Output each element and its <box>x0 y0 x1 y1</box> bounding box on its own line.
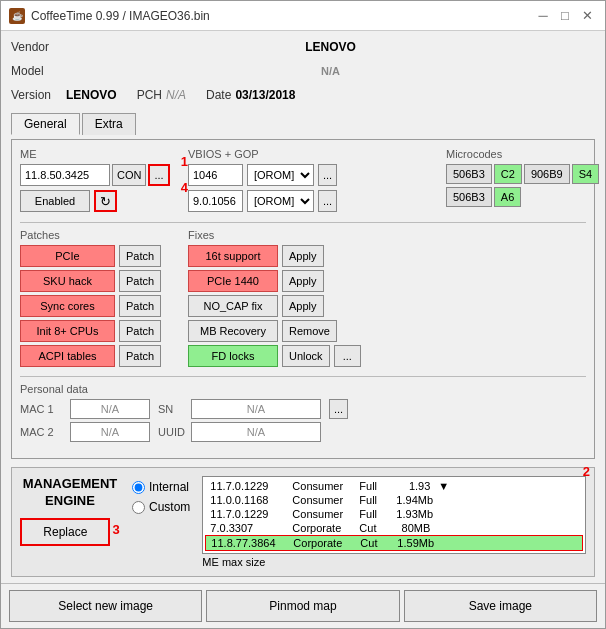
fix-16t-action[interactable]: Apply <box>282 245 324 267</box>
mac2-label: MAC 2 <box>20 426 62 438</box>
patches-label: Patches <box>20 229 180 241</box>
titlebar: ☕ CoffeeTime 0.99 / IMAGEO36.bin ─ □ ✕ <box>1 1 605 31</box>
badge-2: 2 <box>583 464 590 479</box>
patch-sync-button[interactable]: Sync cores <box>20 295 115 317</box>
me-item-ver-3: 7.0.3307 <box>207 522 287 534</box>
me-item-type-3: Corporate <box>289 522 354 534</box>
mac2-input[interactable] <box>70 422 150 442</box>
mc-906b9-btn[interactable]: 906B9 <box>524 164 570 184</box>
mc-506b3-2-btn[interactable]: 506B3 <box>446 187 492 207</box>
personal-row1: MAC 1 SN ... <box>20 399 586 419</box>
patch-sku-action[interactable]: Patch <box>119 270 161 292</box>
microcode-row1: 506B3 C2 906B9 S4 <box>446 164 586 184</box>
close-button[interactable]: ✕ <box>577 6 597 26</box>
me-version-row: CON ... 1 <box>20 164 180 186</box>
me-ellipsis-button[interactable]: ... <box>148 164 169 186</box>
window-title: CoffeeTime 0.99 / IMAGEO36.bin <box>31 9 210 23</box>
fix-nocap-action[interactable]: Apply <box>282 295 324 317</box>
me-item-size-1: 1.94Mb <box>393 494 433 506</box>
model-label: Model <box>11 64 66 78</box>
internal-radio[interactable] <box>132 481 145 494</box>
uuid-input[interactable] <box>191 422 321 442</box>
patch-init-button[interactable]: Init 8+ CPUs <box>20 320 115 342</box>
bottom-section: MANAGEMENT ENGINE Replace 3 Internal Cus… <box>11 467 595 577</box>
mac1-input[interactable] <box>70 399 150 419</box>
me-item-mode-1: Full <box>356 494 391 506</box>
me-refresh-button[interactable]: ↻ <box>94 190 117 212</box>
me-item-mode-0: Full <box>356 480 391 492</box>
sn-ellipsis-button[interactable]: ... <box>329 399 348 419</box>
maximize-button[interactable]: □ <box>555 6 575 26</box>
sn-input[interactable] <box>191 399 321 419</box>
gop-select[interactable]: [OROM] <box>247 190 314 212</box>
me-item-mode-2: Full <box>356 508 391 520</box>
mc-a6-btn[interactable]: A6 <box>494 187 521 207</box>
version-value: LENOVO <box>66 88 117 102</box>
me-engine-title-line2: ENGINE <box>20 493 120 510</box>
fix-fdlocks-action[interactable]: Unlock <box>282 345 330 367</box>
fix-16t-button[interactable]: 16t support <box>188 245 278 267</box>
me-list-item-4[interactable]: 11.8.77.3864 Corporate Cut 1.59Mb <box>205 535 583 551</box>
tab-extra[interactable]: Extra <box>82 113 136 135</box>
me-item-type-4: Corporate <box>290 537 355 549</box>
fix-pcie-action[interactable]: Apply <box>282 270 324 292</box>
patch-pcie-button[interactable]: PCIe <box>20 245 115 267</box>
patch-sync-action[interactable]: Patch <box>119 295 161 317</box>
model-row: Model N/A <box>11 61 595 81</box>
vbios-ellipsis-button[interactable]: ... <box>318 164 337 186</box>
select-new-image-button[interactable]: Select new image <box>9 590 202 622</box>
custom-radio[interactable] <box>132 501 145 514</box>
fix-ellipsis-button[interactable]: ... <box>334 345 361 367</box>
me-list-item-1[interactable]: 11.0.0.1168 Consumer Full 1.94Mb <box>205 493 583 507</box>
minimize-button[interactable]: ─ <box>533 6 553 26</box>
me-list-item-0[interactable]: 11.7.0.1229 Consumer Full 1.93 ▼ <box>205 479 583 493</box>
fix-nocap-button[interactable]: NO_CAP fix <box>188 295 278 317</box>
personal-row2: MAC 2 UUID <box>20 422 586 442</box>
patches-section: Patches PCIe Patch SKU hack Patch Sync c… <box>20 229 180 370</box>
vbios-input[interactable] <box>188 164 243 186</box>
patch-pcie-action[interactable]: Patch <box>119 245 161 267</box>
patch-sku-button[interactable]: SKU hack <box>20 270 115 292</box>
patch-sync: Sync cores Patch <box>20 295 180 317</box>
mc-s4-btn[interactable]: S4 <box>572 164 599 184</box>
custom-radio-label[interactable]: Custom <box>132 500 190 514</box>
patch-acpi-action[interactable]: Patch <box>119 345 161 367</box>
pinmod-map-button[interactable]: Pinmod map <box>206 590 399 622</box>
badge-4: 4 <box>181 180 188 195</box>
fix-pcie-button[interactable]: PCIe 1440 <box>188 270 278 292</box>
patch-init-action[interactable]: Patch <box>119 320 161 342</box>
me-item-ver-1: 11.0.0.1168 <box>207 494 287 506</box>
me-list-item-3[interactable]: 7.0.3307 Corporate Cut 80MB <box>205 521 583 535</box>
internal-radio-label[interactable]: Internal <box>132 480 190 494</box>
me-list-item-2[interactable]: 11.7.0.1229 Consumer Full 1.93Mb <box>205 507 583 521</box>
mc-c2-btn[interactable]: C2 <box>494 164 522 184</box>
badge-1: 1 <box>181 154 188 169</box>
gop-input[interactable] <box>188 190 243 212</box>
me-list: 11.7.0.1229 Consumer Full 1.93 ▼ 11.0.0.… <box>202 476 586 554</box>
me-con-button[interactable]: CON <box>112 164 146 186</box>
me-item-ver-0: 11.7.0.1229 <box>207 480 287 492</box>
custom-label: Custom <box>149 500 190 514</box>
pch-label: PCH <box>137 88 162 102</box>
vbios-row2: [OROM] ... <box>188 190 438 212</box>
mc-506b3-btn[interactable]: 506B3 <box>446 164 492 184</box>
top-panels: ME CON ... 1 Enabled ↻ 4 <box>20 148 586 216</box>
fix-recovery-button[interactable]: MB Recovery <box>188 320 278 342</box>
main-content: Vendor LENOVO Model N/A Version LENOVO P… <box>1 31 605 583</box>
radio-group: Internal Custom <box>132 476 190 514</box>
fixes-section: Fixes 16t support Apply PCIe 1440 Apply … <box>188 229 586 370</box>
app-window: ☕ CoffeeTime 0.99 / IMAGEO36.bin ─ □ ✕ V… <box>0 0 606 629</box>
vbios-select[interactable]: [OROM] <box>247 164 314 186</box>
me-replace-button[interactable]: Replace <box>20 518 110 546</box>
tab-general[interactable]: General <box>11 113 80 135</box>
version-row: Version LENOVO PCH N/A Date 03/13/2018 <box>11 85 595 105</box>
gop-ellipsis-button[interactable]: ... <box>318 190 337 212</box>
save-image-button[interactable]: Save image <box>404 590 597 622</box>
fix-fdlocks-button[interactable]: FD locks <box>188 345 278 367</box>
fix-recovery-action[interactable]: Remove <box>282 320 337 342</box>
me-version-input[interactable] <box>20 164 110 186</box>
fix-16t: 16t support Apply <box>188 245 586 267</box>
me-enabled-button[interactable]: Enabled <box>20 190 90 212</box>
patch-acpi-button[interactable]: ACPI tables <box>20 345 115 367</box>
me-item-size-2: 1.93Mb <box>393 508 433 520</box>
